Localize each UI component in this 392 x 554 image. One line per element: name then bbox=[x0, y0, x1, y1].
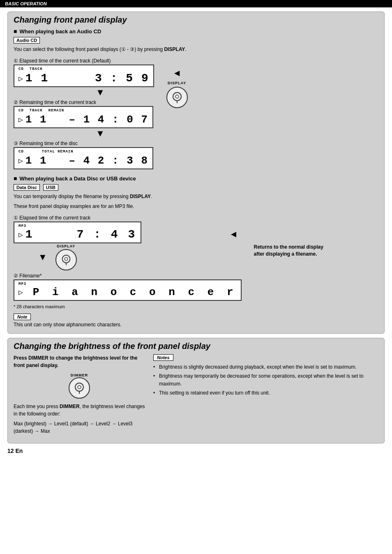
mp3-display-panel-1: MP3 ▷ 1 7 : 4 3 bbox=[14, 222, 141, 243]
section2-right: Notes Brightness is slightly decreased d… bbox=[153, 354, 378, 437]
svg-point-2 bbox=[175, 95, 179, 98]
footnote: * 28 characters maximum bbox=[14, 303, 378, 310]
mp3-filename: P i a n o c o n c e r bbox=[25, 286, 237, 298]
play-icon-3: ▷ bbox=[18, 156, 23, 165]
display-button[interactable] bbox=[166, 87, 188, 108]
dimmer-wrap: DIMMER bbox=[14, 373, 145, 399]
mp3-label-2: MP3 bbox=[18, 282, 237, 286]
svg-point-6 bbox=[75, 383, 83, 391]
svg-point-5 bbox=[65, 257, 68, 261]
step3-label: ③ Remaining time of the disc bbox=[14, 141, 154, 146]
mp3-display-btn-group: DISPLAY bbox=[55, 244, 77, 270]
display-btn-group: ◄ DISPLAY bbox=[166, 68, 188, 108]
mp3-arrow-display-row: ▼ DISPLAY bbox=[14, 244, 242, 270]
play-icon-1: ▷ bbox=[18, 74, 23, 83]
data-disc-badge: Data Disc bbox=[14, 184, 40, 191]
display-panel-2: CD TRACK REMAIN ▷ 1 1 – 1 4 : 0 7 bbox=[14, 106, 153, 128]
panel2-labels: CD TRACK REMAIN bbox=[18, 108, 148, 113]
mp3-display-button[interactable] bbox=[55, 249, 77, 270]
mp3-play-icon-1: ▷ bbox=[18, 230, 23, 239]
mp3-display-panel-2: MP3 ▷ P i a n o c o n c e r bbox=[14, 279, 242, 301]
note-section: Note This unit can only show alphanumeri… bbox=[14, 314, 378, 328]
audio-cd-intro: You can select the following front panel… bbox=[14, 46, 378, 53]
step2-label: ② Remaining time of the current track bbox=[14, 99, 154, 105]
panels-column: ① Elapsed time of the current track (Def… bbox=[14, 55, 154, 169]
svg-point-0 bbox=[173, 92, 181, 101]
arrow-right-mp3: ◄ bbox=[229, 229, 238, 240]
arrow-down-2: ▼ bbox=[46, 129, 154, 138]
mp3-arrow-down: ▼ bbox=[38, 252, 47, 263]
display-btn-icon bbox=[171, 91, 184, 104]
subsection2-title: When playing back a Data Disc or USB dev… bbox=[14, 175, 378, 182]
section1-title: Changing front panel display bbox=[14, 15, 378, 25]
panel3-labels: CD TOTAL REMAIN bbox=[18, 150, 148, 154]
mp3-play-icon-2: ▷ bbox=[18, 288, 23, 297]
note-item-2: Brightness may temporarily be decreased … bbox=[153, 372, 378, 388]
top-bar: BASIC OPERATION bbox=[0, 0, 392, 7]
top-bar-label: BASIC OPERATION bbox=[5, 1, 47, 6]
dimmer-body2: Max (brightest) → Level1 (default) → Lev… bbox=[14, 420, 145, 435]
panel2-numbers: 1 1 – 1 4 : 0 7 bbox=[25, 113, 148, 126]
step1-label: ① Elapsed time of the current track (Def… bbox=[14, 58, 154, 64]
dimmer-intro: Press DIMMER to change the brightness le… bbox=[14, 354, 145, 369]
svg-point-8 bbox=[78, 385, 81, 389]
section2-content: Press DIMMER to change the brightness le… bbox=[14, 354, 378, 437]
mp3-numbers-1: 1 7 : 4 3 bbox=[25, 228, 136, 241]
panel1-numbers: 1 1 3 : 5 9 bbox=[25, 72, 149, 85]
returns-text: Returns to the normal display after disp… bbox=[254, 244, 328, 258]
mp3-display-label: DISPLAY bbox=[57, 244, 75, 248]
section2-left: Press DIMMER to change the brightness le… bbox=[14, 354, 145, 437]
mp3-panels-column: ① Elapsed time of the current track MP3 … bbox=[14, 212, 242, 301]
audio-cd-displays: ① Elapsed time of the current track (Def… bbox=[14, 55, 378, 169]
display-panel-3: CD TOTAL REMAIN ▷ 1 1 – 4 2 : 3 8 bbox=[14, 147, 153, 169]
section1-box: Changing front panel display When playin… bbox=[7, 12, 385, 334]
note-label: Note bbox=[14, 314, 31, 320]
svg-point-3 bbox=[62, 255, 70, 263]
returns-group: ◄ Returns to the normal display after di… bbox=[254, 229, 328, 258]
mp3-step2-label: ② Filename* bbox=[14, 273, 242, 279]
mp3-display-btn-icon bbox=[60, 254, 72, 266]
dimmer-label: DIMMER bbox=[71, 373, 88, 377]
arrow-right-1: ◄ bbox=[173, 68, 182, 78]
play-icon-2: ▷ bbox=[18, 115, 23, 124]
audio-cd-badge: Audio CD bbox=[14, 37, 40, 44]
dimmer-body1: Each time you press DIMMER, the brightne… bbox=[14, 403, 145, 418]
section2-box: Changing the brightness of the front pan… bbox=[7, 338, 385, 443]
display-panel-1: CD TRACK ▷ 1 1 3 : 5 9 bbox=[14, 65, 154, 87]
dimmer-btn-icon bbox=[73, 381, 86, 395]
mp3-note: These front panel display examples are f… bbox=[14, 203, 378, 210]
mp3-step1-label: ① Elapsed time of the current track bbox=[14, 215, 242, 221]
usb-badge: USB bbox=[43, 184, 58, 191]
page-number: 12 En bbox=[7, 448, 385, 454]
mp3-displays: ① Elapsed time of the current track MP3 … bbox=[14, 212, 378, 301]
mp3-label-1: MP3 bbox=[18, 224, 136, 228]
panel1-labels: CD TRACK bbox=[18, 67, 149, 71]
section2-title: Changing the brightness of the front pan… bbox=[14, 342, 378, 351]
note-text: This unit can only show alphanumeric cha… bbox=[14, 322, 378, 328]
note-item-3: This setting is retained even if you tur… bbox=[153, 389, 378, 397]
notes-label: Notes bbox=[153, 354, 173, 361]
note-item-1: Brightness is slightly decreased during … bbox=[153, 363, 378, 371]
subsection1-title: When playing back an Audio CD bbox=[14, 28, 378, 35]
notes-list: Brightness is slightly decreased during … bbox=[153, 363, 378, 397]
arrow-down-1: ▼ bbox=[46, 88, 154, 97]
panel3-numbers: 1 1 – 4 2 : 3 8 bbox=[25, 155, 148, 167]
dimmer-button[interactable] bbox=[69, 377, 90, 399]
data-disc-intro: You can temporarily display the filename… bbox=[14, 193, 378, 200]
display-btn-label-top: DISPLAY bbox=[168, 81, 186, 85]
